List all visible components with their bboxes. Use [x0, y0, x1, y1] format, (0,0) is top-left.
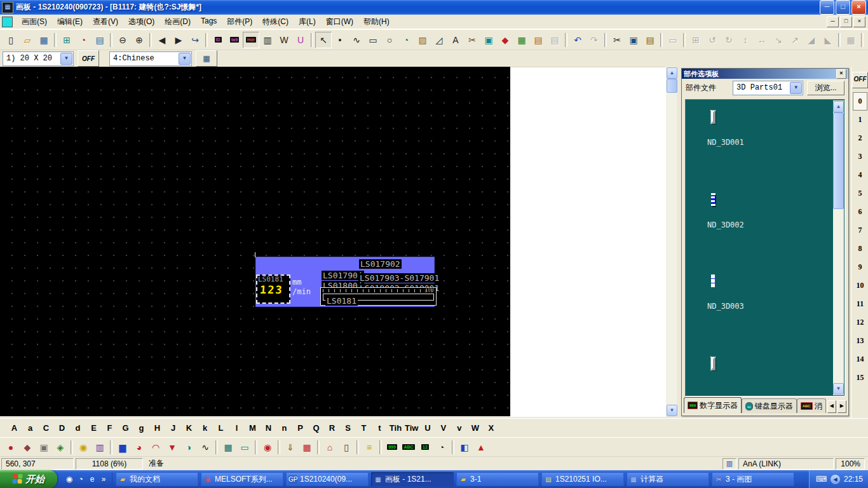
letter-style-button[interactable]: H [149, 420, 165, 437]
letter-style-button[interactable]: G [118, 420, 133, 437]
letter-style-button[interactable]: S [340, 420, 356, 437]
palette-part-nd3d001[interactable]: ND_3D001 [707, 112, 783, 147]
off-state-toggle-button[interactable]: OFF [78, 50, 99, 67]
letter-style-button[interactable]: U [419, 420, 435, 437]
fill-tool-icon[interactable]: ▨ [414, 32, 431, 48]
taskbar-button[interactable]: ▦ 计算器 [627, 472, 709, 486]
half-pie-graph-icon[interactable]: ◠ [147, 439, 164, 456]
text-table-icon[interactable]: ▦ [196, 50, 217, 67]
scroll-up-icon[interactable]: ▲ [833, 101, 844, 112]
meter-graph-icon[interactable]: ◑ [180, 439, 197, 456]
state-number-item[interactable]: 9 [853, 258, 867, 276]
maximize-button[interactable]: □ [836, 0, 850, 15]
shrink-icon[interactable]: ↘ [770, 32, 787, 48]
keyboard-layout-icon[interactable]: ⌨ [816, 475, 827, 484]
state-number-item[interactable]: 12 [853, 313, 867, 332]
preview-icon[interactable]: ▤ [92, 32, 108, 48]
tank-graph-icon[interactable]: ▼ [164, 439, 180, 456]
undo-icon[interactable]: ↶ [569, 32, 586, 48]
letter-style-button[interactable]: v [451, 420, 467, 437]
bit-switch-icon[interactable]: ● [3, 439, 19, 456]
minimize-button[interactable]: ─ [820, 0, 834, 15]
selector-list-icon[interactable]: ≡ [361, 439, 377, 456]
group-icon[interactable]: ▦ [843, 32, 859, 48]
state-number-item[interactable]: 4 [853, 166, 867, 184]
paste-icon[interactable]: ▤ [642, 32, 658, 48]
align-icon[interactable]: ⊞ [688, 32, 704, 48]
alarm-clock-icon[interactable]: ◔ [75, 32, 92, 48]
text-display-icon[interactable]: ABC [400, 439, 417, 456]
state-number-item[interactable]: 10 [853, 276, 867, 295]
menu-item[interactable]: 选项(O) [123, 15, 159, 29]
letter-style-button[interactable]: V [435, 420, 451, 437]
new-screen-icon[interactable]: ▯ [3, 32, 19, 48]
letter-style-button[interactable]: a [22, 420, 38, 437]
lamp-icon[interactable]: ◉ [75, 439, 92, 456]
scroll-thumb[interactable] [667, 79, 677, 93]
word-switch-icon[interactable]: ◆ [19, 439, 36, 456]
combo-arrow-icon[interactable]: ▼ [60, 53, 72, 65]
polyline-tool-icon[interactable]: ∿ [348, 32, 365, 48]
alarm-display-icon[interactable]: ◉ [259, 439, 276, 456]
date-display-icon[interactable]: 12 [417, 439, 433, 456]
state-number-item[interactable]: 6 [853, 203, 867, 221]
taskbar-button[interactable]: ✂ 3 - 画图 [712, 472, 794, 486]
letter-style-button[interactable]: g [133, 420, 149, 437]
letter-style-button[interactable]: d [70, 420, 86, 437]
close-button[interactable]: × [851, 0, 866, 15]
state-number-item[interactable]: 14 [853, 350, 867, 369]
language-combo[interactable]: 4:Chinese ▼ [109, 51, 192, 66]
menu-item[interactable]: 窗口(W) [321, 15, 358, 29]
cut-icon[interactable]: ✂ [609, 32, 625, 48]
mdi-close-button[interactable]: × [853, 17, 865, 27]
taskbar-button[interactable]: ▰ 我的文档 [116, 472, 198, 486]
letter-style-button[interactable]: P [292, 420, 308, 437]
dot-tool-icon[interactable]: • [332, 32, 348, 48]
quicklaunch-icon-2[interactable]: ◔ [75, 473, 86, 485]
menu-item[interactable]: Tags [196, 15, 222, 29]
arc-tool-icon[interactable]: ◔ [398, 32, 414, 48]
scroll-thumb[interactable] [833, 112, 844, 209]
letter-style-button[interactable]: Tih [388, 420, 403, 437]
taskbar-button[interactable]: ▦ 画板 - 1S21... [371, 472, 454, 486]
image-icon[interactable]: ▦ [513, 32, 530, 48]
combo-arrow-icon[interactable]: ▼ [790, 82, 802, 94]
taskbar-button[interactable]: ◉ MELSOFT系列... [201, 472, 283, 486]
tray-chevron-icon[interactable]: ◀ [831, 475, 840, 484]
taskbar-button[interactable]: ▤ 1S210251 IO... [541, 472, 624, 486]
mdi-child-icon[interactable] [2, 17, 13, 27]
load-screen-icon[interactable]: ▣ [480, 32, 497, 48]
state-number-item[interactable]: 13 [853, 332, 867, 350]
close-screen-icon[interactable]: ↪ [187, 32, 203, 48]
quicklaunch-icon-3[interactable]: e [86, 473, 98, 485]
state-number-item[interactable]: 8 [853, 240, 867, 258]
letter-style-button[interactable]: n [276, 420, 292, 437]
browse-button[interactable]: 浏览... [807, 81, 844, 95]
pen-tool-icon[interactable]: ✂ [464, 32, 480, 48]
palette-vertical-scrollbar[interactable]: ▲ ▼ [833, 100, 844, 395]
start-button[interactable]: 开始 [0, 470, 57, 488]
flip-horizontal-icon[interactable]: ↔ [754, 32, 770, 48]
ls-address-label[interactable]: LS017902 [359, 259, 402, 269]
copy-icon[interactable]: ▣ [625, 32, 642, 48]
file-display-icon[interactable]: ⇓ [282, 439, 299, 456]
rotate-cw-icon[interactable]: ↻ [721, 32, 737, 48]
letter-style-button[interactable]: R [324, 420, 340, 437]
trend-graph-icon[interactable]: ∿ [197, 439, 214, 456]
ellipse-tool-icon[interactable]: ○ [381, 32, 398, 48]
clock-display-icon[interactable]: ◔ [433, 439, 450, 456]
flip-vertical-icon[interactable]: ↕ [737, 32, 754, 48]
letter-style-button[interactable]: k [197, 420, 213, 437]
letter-style-button[interactable]: A [6, 420, 22, 437]
state-number-item[interactable]: 11 [853, 295, 867, 313]
palette-part-nd3d003[interactable]: ND_3D003 [707, 276, 783, 311]
save-icon[interactable]: ▦ [36, 32, 52, 48]
numeric-display-part[interactable]: LS0181 123 [256, 274, 290, 304]
pie-graph-icon[interactable]: ◕ [131, 439, 147, 456]
tab-message-display[interactable]: ABC 消 [797, 398, 826, 413]
library-icon[interactable]: ▤ [530, 32, 546, 48]
letter-style-button[interactable]: l [229, 420, 245, 437]
letter-style-button[interactable]: Q [308, 420, 324, 437]
state-number-item[interactable]: 2 [853, 129, 867, 147]
keypad-display-icon[interactable]: ▭ [236, 439, 253, 456]
